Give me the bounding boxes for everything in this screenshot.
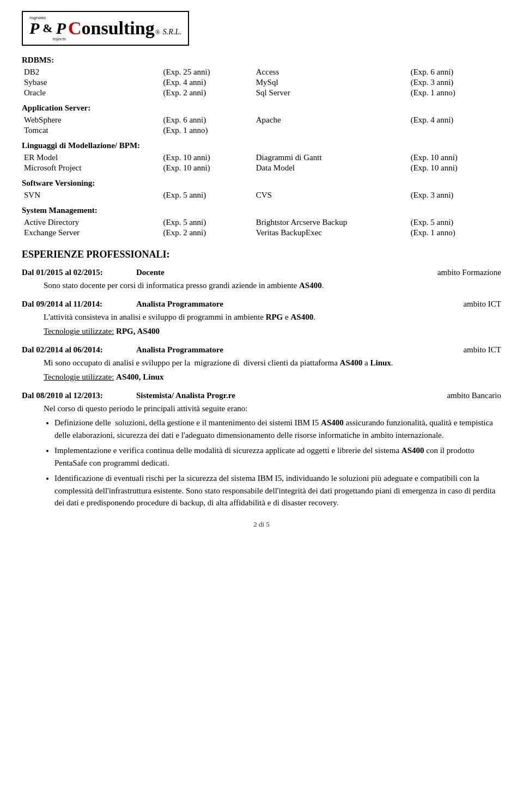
exp-entry-4: Dal 08/2010 al 12/2013: Sistemista/ Anal…	[22, 391, 501, 509]
table-row: Microsoft Project (Exp. 10 anni) Data Mo…	[22, 163, 501, 173]
exp-text-3: Mi sono occupato di analisi e sviluppo p…	[44, 357, 501, 369]
exp-text-2: L'attività consisteva in analisi e svilu…	[44, 311, 501, 323]
exp-dates-1: Dal 01/2015 al 02/2015:	[22, 268, 125, 277]
access-name: Access	[254, 67, 409, 77]
sybase-exp: (Exp. 4 anni)	[161, 77, 253, 88]
websphere-exp: (Exp. 6 anni)	[161, 115, 253, 125]
exp-dates-3: Dal 02/2014 al 06/2014:	[22, 345, 125, 355]
diagrammi-name: Diagrammi di Gantt	[254, 152, 409, 163]
exp-ambito-3: ambito ICT	[414, 345, 501, 355]
tomcat-exp: (Exp. 1 anno)	[161, 125, 253, 136]
exp-text-1: Sono stato docente per corsi di informat…	[44, 279, 501, 292]
exchange-exp: (Exp. 2 anni)	[161, 228, 253, 238]
appserver-heading: Application Server:	[22, 103, 501, 113]
footer-text: 2 di 5	[253, 520, 270, 528]
exp-header-4: Dal 08/2010 al 12/2013: Sistemista/ Anal…	[22, 391, 501, 400]
table-row: ER Model (Exp. 10 anni) Diagrammi di Gan…	[22, 152, 501, 163]
activedir-name: Active Directory	[22, 217, 161, 228]
tomcat-name: Tomcat	[22, 125, 161, 136]
logo-amp: &	[42, 22, 52, 34]
logo-c-letter: C	[68, 18, 82, 39]
exp-bold-as400-2: AS400	[290, 313, 313, 321]
logo-pp: P & P	[29, 20, 66, 36]
exp-role-2: Analista Programmatore	[136, 300, 403, 309]
list-item: Identificazione di eventuali rischi per …	[54, 472, 501, 509]
exp-intro-4: Nel corso di questo periodo le principal…	[44, 402, 501, 415]
linguaggi-heading: Linguaggi di Modellazione/ BPM:	[22, 141, 501, 150]
versioning-table: SVN (Exp. 5 anni) CVS (Exp. 3 anni)	[22, 190, 501, 200]
sysmanagement-heading: System Management:	[22, 206, 501, 215]
empty1	[254, 125, 409, 136]
exp-header-1: Dal 01/2015 al 02/2015: Docente ambito F…	[22, 268, 501, 277]
list-item: Definizione delle soluzioni, della gesti…	[54, 417, 501, 441]
table-row: Sybase (Exp. 4 anni) MySql (Exp. 3 anni)	[22, 77, 501, 88]
logo-right: C onsulting ® S.R.L.	[68, 18, 181, 39]
logo-p1: P	[29, 20, 39, 36]
exchange-name: Exchange Server	[22, 228, 161, 238]
logo-left: rograms P & P rojects	[29, 15, 66, 41]
exp-bold-as400-b1: AS400	[321, 418, 344, 427]
exp-tecno-2: Tecnologie utilizzate: RPG, AS400	[44, 325, 501, 338]
exp-bold-as400-3: AS400	[340, 358, 363, 367]
exp-header-2: Dal 09/2014 al 11/2014: Analista Program…	[22, 300, 501, 309]
exp-role-1: Docente	[136, 268, 403, 277]
exp-dates-2: Dal 09/2014 al 11/2014:	[22, 300, 125, 309]
rdbms-table: DB2 (Exp. 25 anni) Access (Exp. 6 anni) …	[22, 67, 501, 98]
appserver-table: WebSphere (Exp. 6 anni) Apache (Exp. 4 a…	[22, 115, 501, 136]
logo-area: rograms P & P rojects C onsulting ® S.R.…	[22, 11, 501, 46]
veritas-name: Veritas BackupExec	[254, 228, 409, 238]
mysql-exp: (Exp. 3 anni)	[409, 77, 501, 88]
access-exp: (Exp. 6 anni)	[409, 67, 501, 77]
ermodel-exp: (Exp. 10 anni)	[161, 152, 253, 163]
table-row: DB2 (Exp. 25 anni) Access (Exp. 6 anni)	[22, 67, 501, 77]
table-row: Active Directory (Exp. 5 anni) Brightsto…	[22, 217, 501, 228]
exp-tecno-label-3: Tecnologie utilizzate:	[44, 373, 114, 381]
exp-body-1: Sono stato docente per corsi di informat…	[44, 279, 501, 292]
logo-p2: P	[56, 20, 66, 36]
db2-name: DB2	[22, 67, 161, 77]
brightstor-exp: (Exp. 5 anni)	[409, 217, 501, 228]
oracle-name: Oracle	[22, 88, 161, 98]
linguaggi-table: ER Model (Exp. 10 anni) Diagrammi di Gan…	[22, 152, 501, 173]
exp-role-4: Sistemista/ Analista Progr.re	[136, 391, 403, 400]
empty2	[409, 125, 501, 136]
exp-entry-2: Dal 09/2014 al 11/2014: Analista Program…	[22, 300, 501, 338]
exp-tecno-3: Tecnologie utilizzate: AS400, Linux	[44, 371, 501, 383]
page-footer: 2 di 5	[22, 520, 501, 529]
table-row: SVN (Exp. 5 anni) CVS (Exp. 3 anni)	[22, 190, 501, 200]
logo-reg: ®	[155, 28, 160, 36]
exp-header-3: Dal 02/2014 al 06/2014: Analista Program…	[22, 345, 501, 355]
exp-tecno-label-2: Tecnologie utilizzate:	[44, 327, 114, 335]
exp-dates-4: Dal 08/2010 al 12/2013:	[22, 391, 125, 400]
ermodel-name: ER Model	[22, 152, 161, 163]
table-row: Tomcat (Exp. 1 anno)	[22, 125, 501, 136]
apache-exp: (Exp. 4 anni)	[409, 115, 501, 125]
exp-body-3: Mi sono occupato di analisi e sviluppo p…	[44, 357, 501, 383]
exp-bold-1: AS400	[299, 281, 322, 290]
msproject-exp: (Exp. 10 anni)	[161, 163, 253, 173]
table-row: WebSphere (Exp. 6 anni) Apache (Exp. 4 a…	[22, 115, 501, 125]
exp-entry-1: Dal 01/2015 al 02/2015: Docente ambito F…	[22, 268, 501, 292]
exp-ambito-2: ambito ICT	[414, 300, 501, 309]
sqlserver-exp: (Exp. 1 anno)	[409, 88, 501, 98]
activedir-exp: (Exp. 5 anni)	[161, 217, 253, 228]
oracle-exp: (Exp. 2 anni)	[161, 88, 253, 98]
exp-bold-as400-b2: AS400	[402, 446, 424, 455]
diagrammi-exp: (Exp. 10 anni)	[409, 152, 501, 163]
esperienze-section: ESPERIENZE PROFESSIONALI: Dal 01/2015 al…	[22, 249, 501, 509]
exp-entry-3: Dal 02/2014 al 06/2014: Analista Program…	[22, 345, 501, 383]
svn-name: SVN	[22, 190, 161, 200]
sqlserver-name: Sql Server	[254, 88, 409, 98]
datamodel-name: Data Model	[254, 163, 409, 173]
exp-ambito-1: ambito Formazione	[414, 268, 501, 277]
sybase-name: Sybase	[22, 77, 161, 88]
exp-tecno-value-3: AS400, Linux	[116, 373, 164, 381]
cvs-exp: (Exp. 3 anni)	[409, 190, 501, 200]
brightstor-name: Brightstor Arcserve Backup	[254, 217, 409, 228]
exp-role-3: Analista Programmatore	[136, 345, 403, 355]
list-item: Implementazione e verifica continua dell…	[54, 444, 501, 469]
apache-name: Apache	[254, 115, 409, 125]
exp-bullets-4: Definizione delle soluzioni, della gesti…	[54, 417, 501, 509]
svn-exp: (Exp. 5 anni)	[161, 190, 253, 200]
exp-tecno-value-2: RPG, AS400	[116, 327, 160, 335]
